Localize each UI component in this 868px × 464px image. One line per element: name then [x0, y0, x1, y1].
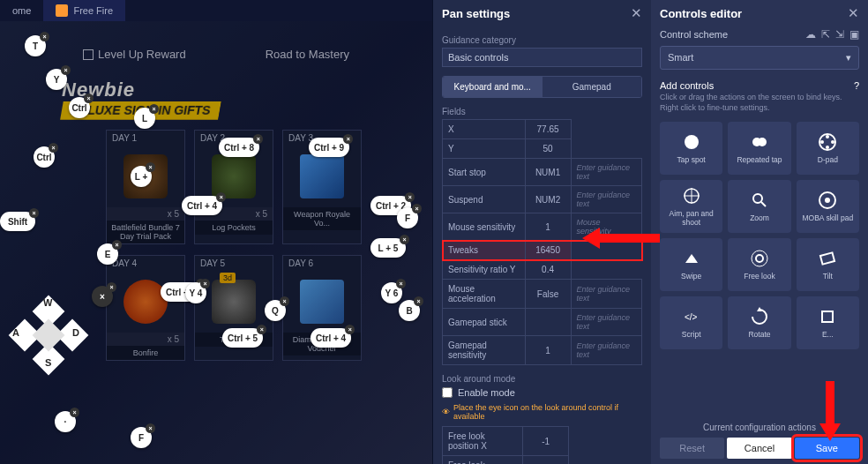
- day-card-4[interactable]: DAY 4 x 5 Bonfire: [106, 255, 185, 361]
- control-card-script[interactable]: </>Script: [660, 296, 722, 349]
- export-icon[interactable]: ⇱: [821, 28, 830, 41]
- annotation-arrow-tweaks: [582, 225, 662, 251]
- remove-key-icon[interactable]: ×: [146, 423, 155, 433]
- remove-key-icon[interactable]: ×: [400, 235, 409, 244]
- key-bubble[interactable]: Ctrl + 5×: [222, 328, 263, 348]
- key-bubble[interactable]: L +×: [131, 166, 152, 187]
- control-card-e-[interactable]: E...: [797, 296, 859, 349]
- key-bubble[interactable]: Ctrl + 4×: [311, 328, 351, 348]
- key-bubble[interactable]: Shift×: [0, 212, 35, 231]
- toggle-keyboard-mouse[interactable]: Keyboard and mo...: [443, 77, 542, 97]
- tab-home[interactable]: ome: [0, 5, 43, 16]
- eye-hint: 👁 Place the eye icon on the look around …: [442, 403, 642, 421]
- swipe-icon: [682, 249, 701, 268]
- field-value-input[interactable]: False: [525, 280, 571, 309]
- controls-title: Controls editor: [660, 7, 742, 20]
- control-card-tap-spot[interactable]: Tap spot: [660, 122, 722, 175]
- control-card-repeated-tap[interactable]: Repeated tap: [728, 122, 790, 175]
- svg-point-4: [826, 135, 829, 138]
- key-bubble[interactable]: Ctrl×: [34, 146, 55, 168]
- remove-key-icon[interactable]: ×: [112, 240, 122, 250]
- emulator-tab-bar: ome Free Fire: [0, 0, 432, 21]
- remove-key-icon[interactable]: ×: [200, 279, 210, 288]
- close-icon[interactable]: ✕: [848, 5, 859, 21]
- key-bubble[interactable]: L + 5×: [370, 238, 406, 258]
- svg-text:</>: </>: [685, 312, 698, 322]
- fields-label: Fields: [442, 107, 642, 116]
- remove-key-icon[interactable]: ×: [280, 296, 289, 306]
- free-look-icon: [750, 249, 769, 268]
- field-value-input[interactable]: 16450: [525, 241, 571, 260]
- svg-marker-22: [819, 381, 841, 441]
- remove-key-icon[interactable]: ×: [29, 208, 39, 218]
- remove-key-icon[interactable]: ×: [149, 104, 159, 114]
- remove-key-icon[interactable]: ×: [61, 65, 71, 75]
- cancel-button[interactable]: Cancel: [727, 438, 791, 459]
- key-bubble[interactable]: ·×: [55, 411, 76, 432]
- scheme-dropdown[interactable]: Smart ▾: [660, 46, 859, 70]
- key-bubble[interactable]: B×: [399, 300, 420, 321]
- field-value-input[interactable]: [525, 309, 571, 336]
- toggle-gamepad[interactable]: Gamepad: [542, 77, 642, 97]
- field-value-input[interactable]: 0.4: [525, 260, 571, 280]
- field-value-input[interactable]: 77.65: [525, 120, 571, 139]
- remove-key-icon[interactable]: ×: [412, 204, 422, 213]
- dpad-control[interactable]: W S A D: [13, 300, 84, 370]
- key-bubble[interactable]: Y 4×: [185, 282, 206, 303]
- remove-key-icon[interactable]: ×: [49, 143, 58, 153]
- free-look-x-input[interactable]: -1: [523, 427, 569, 456]
- key-bubble[interactable]: Q×: [265, 300, 286, 321]
- reset-button[interactable]: Reset: [660, 438, 724, 459]
- remove-key-icon[interactable]: ×: [146, 162, 155, 172]
- key-bubble[interactable]: Ctrl + 8×: [219, 138, 259, 157]
- key-bubble[interactable]: Ctrl + 4×: [182, 196, 222, 215]
- remove-key-icon[interactable]: ×: [84, 94, 94, 103]
- control-card-d-pad[interactable]: D-pad: [797, 122, 859, 175]
- control-card-swipe[interactable]: Swipe: [660, 238, 722, 291]
- tab-freefire[interactable]: Free Fire: [43, 0, 125, 21]
- guidance-category-label: Guidance category: [442, 35, 642, 45]
- key-bubble[interactable]: F×: [131, 427, 152, 448]
- remove-key-icon[interactable]: ×: [414, 296, 423, 306]
- field-value-input[interactable]: NUM1: [525, 159, 571, 186]
- key-bubble[interactable]: Ctrl×: [69, 97, 90, 118]
- remove-key-icon[interactable]: ×: [40, 32, 49, 41]
- field-value-input[interactable]: NUM2: [525, 186, 571, 213]
- field-row-y: Y50: [443, 139, 642, 159]
- field-value-input[interactable]: 1: [525, 336, 571, 365]
- svg-rect-17: [820, 253, 834, 265]
- remove-key-icon[interactable]: ×: [107, 282, 116, 292]
- key-bubble[interactable]: L×: [134, 108, 155, 129]
- key-bubble[interactable]: ××: [92, 286, 113, 307]
- control-card-free-look[interactable]: Free look: [728, 238, 790, 291]
- free-look-y-input[interactable]: -1: [523, 456, 569, 465]
- level-up-reward[interactable]: Level Up Reward: [83, 48, 186, 61]
- key-bubble[interactable]: T×: [25, 35, 46, 56]
- remove-key-icon[interactable]: ×: [70, 408, 79, 417]
- tilt-icon: [818, 249, 837, 268]
- control-card-rotate[interactable]: Rotate: [728, 296, 790, 349]
- cloud-icon[interactable]: ☁: [805, 28, 816, 41]
- enable-mode-checkbox[interactable]: [442, 387, 453, 398]
- control-card-tilt[interactable]: Tilt: [797, 238, 859, 291]
- field-value-input[interactable]: 50: [525, 139, 571, 159]
- key-bubble[interactable]: F×: [397, 207, 418, 228]
- control-card-zoom[interactable]: Zoom: [728, 180, 790, 233]
- control-card-moba-skill-pad[interactable]: MOBA skill pad: [797, 180, 859, 233]
- guidance-category-input[interactable]: [442, 48, 642, 67]
- field-value-input[interactable]: 1: [525, 213, 571, 241]
- day-card-1[interactable]: DAY 1 x 5 Battlefield Bundle 7 Day Trial…: [106, 130, 185, 244]
- help-icon[interactable]: ?: [854, 80, 859, 91]
- control-card-aim-pan-and-shoot[interactable]: Aim, pan and shoot: [660, 180, 722, 233]
- key-bubble[interactable]: Y 6×: [381, 282, 402, 303]
- key-bubble[interactable]: Ctrl + 9×: [309, 138, 349, 157]
- remove-key-icon[interactable]: ×: [396, 279, 406, 288]
- svg-line-12: [761, 202, 766, 206]
- folder-icon[interactable]: ▣: [849, 28, 859, 41]
- road-to-mastery[interactable]: Road to Mastery: [266, 48, 349, 61]
- key-bubble[interactable]: E×: [97, 243, 118, 265]
- freefire-icon: [56, 4, 68, 17]
- import-icon[interactable]: ⇲: [835, 28, 844, 41]
- key-bubble[interactable]: Y×: [46, 69, 67, 90]
- close-icon[interactable]: ✕: [631, 5, 642, 21]
